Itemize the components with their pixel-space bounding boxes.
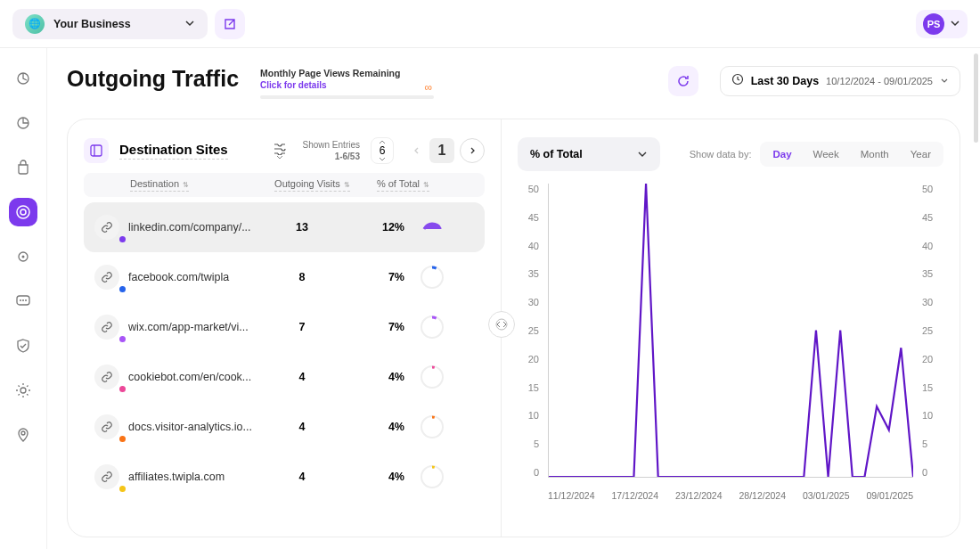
table-row[interactable]: docs.visitor-analytics.io... 4 4% <box>84 402 485 452</box>
table-icon <box>84 138 109 163</box>
svg-rect-13 <box>91 145 102 156</box>
table-header: Destination⇅ Outgoing Visits⇅ % of Total… <box>84 173 485 197</box>
pct-value: 7% <box>342 321 404 333</box>
business-selector[interactable]: 🌐 Your Business <box>12 9 208 39</box>
clock-icon <box>731 73 744 89</box>
svg-point-14 <box>496 319 507 330</box>
pct-value: 7% <box>342 271 404 283</box>
visits-value: 13 <box>262 221 342 234</box>
spark-ring <box>421 315 444 339</box>
filter-button[interactable] <box>267 138 292 163</box>
link-icon <box>94 464 119 489</box>
spark-ring <box>421 266 444 289</box>
destination-text: linkedin.com/company/... <box>128 221 262 234</box>
pane-resize-handle[interactable] <box>488 311 515 338</box>
prev-page-button[interactable] <box>404 138 429 163</box>
next-page-button[interactable] <box>460 138 485 163</box>
metric-select[interactable]: % of Total <box>518 137 660 171</box>
svg-point-5 <box>22 256 25 258</box>
table-row[interactable]: cookiebot.com/en/cook... 4 4% <box>84 352 485 402</box>
chevron-down-icon <box>940 73 949 89</box>
pct-value: 4% <box>342 421 404 433</box>
svg-point-3 <box>20 209 26 215</box>
svg-point-11 <box>21 431 25 435</box>
sidebar-item-settings[interactable] <box>9 376 37 405</box>
table-title: Destination Sites <box>119 142 228 160</box>
quota-box: Monthly Page Views Remaining Click for d… <box>260 68 434 99</box>
quota-label: Monthly Page Views Remaining <box>260 68 434 78</box>
page-1-button[interactable]: 1 <box>429 138 454 163</box>
destination-text: wix.com/app-market/vi... <box>128 321 262 333</box>
table-row[interactable]: linkedin.com/company/... 13 12% <box>84 202 485 252</box>
col-destination[interactable]: Destination⇅ <box>130 178 189 192</box>
destination-text: cookiebot.com/en/cook... <box>128 371 262 383</box>
svg-point-7 <box>20 299 21 301</box>
visits-value: 7 <box>262 321 342 333</box>
globe-icon: 🌐 <box>25 14 45 34</box>
sidebar-item-chat[interactable] <box>9 287 37 315</box>
link-icon <box>94 414 119 439</box>
quota-details-link[interactable]: Click for details <box>260 80 434 90</box>
per-page-selector[interactable]: 6 <box>371 137 394 164</box>
link-icon <box>94 215 119 240</box>
destination-text: affiliates.twipla.com <box>128 471 262 483</box>
page-title: Outgoing Traffic <box>67 66 239 92</box>
sidebar-item-location[interactable] <box>9 421 37 449</box>
sidebar-item-pie[interactable] <box>9 109 37 137</box>
spark-ring <box>421 465 444 488</box>
granularity-day[interactable]: Day <box>762 143 802 165</box>
spark-ring <box>421 415 444 438</box>
entries-info: Shown Entries 1-6/53 <box>303 139 360 162</box>
sidebar <box>0 48 47 549</box>
granularity-year[interactable]: Year <box>900 143 942 165</box>
pct-value: 4% <box>342 471 404 483</box>
refresh-button[interactable] <box>668 66 698 96</box>
svg-point-2 <box>17 206 29 218</box>
show-by-label: Show data by: <box>690 149 752 160</box>
link-icon <box>94 265 119 290</box>
sidebar-item-traffic[interactable] <box>9 198 37 226</box>
range-label: Last 30 Days <box>751 75 819 87</box>
visits-value: 4 <box>262 421 342 433</box>
link-icon <box>94 315 119 340</box>
sidebar-item-shield[interactable] <box>9 332 37 360</box>
svg-point-9 <box>25 299 27 301</box>
destination-text: facebook.com/twipla <box>128 271 262 283</box>
range-dates: 10/12/2024 - 09/01/2025 <box>826 76 933 86</box>
chart: 50454035302520151050 5045403530252015105… <box>518 184 943 496</box>
table-row[interactable]: affiliates.twipla.com 4 4% <box>84 452 485 502</box>
granularity-week[interactable]: Week <box>803 143 850 165</box>
quota-bar: ∞ <box>260 95 434 99</box>
pct-value: 12% <box>342 221 404 234</box>
spark-ring <box>421 365 444 389</box>
col-pct[interactable]: % of Total⇅ <box>377 178 429 192</box>
pager: 1 <box>404 138 485 163</box>
granularity-month[interactable]: Month <box>850 143 900 165</box>
granularity-switch: DayWeekMonthYear <box>760 142 943 167</box>
avatar: PS <box>923 13 944 35</box>
sidebar-item-bag[interactable] <box>9 153 37 182</box>
link-icon <box>94 365 119 389</box>
chevron-down-icon <box>184 16 195 32</box>
sidebar-item-overview[interactable] <box>9 64 37 93</box>
visits-value: 4 <box>262 371 342 383</box>
visits-value: 4 <box>262 471 342 483</box>
visits-value: 8 <box>262 271 342 283</box>
user-menu[interactable]: PS <box>916 10 968 38</box>
open-external-button[interactable] <box>215 9 245 39</box>
infinity-icon: ∞ <box>424 81 432 94</box>
scrollbar-thumb[interactable] <box>974 53 978 143</box>
svg-point-8 <box>22 299 24 301</box>
col-visits[interactable]: Outgoing Visits⇅ <box>274 178 350 192</box>
table-row[interactable]: wix.com/app-market/vi... 7 7% <box>84 302 485 352</box>
svg-point-10 <box>20 388 26 393</box>
chevron-down-icon <box>950 16 960 32</box>
spark-ring <box>421 216 444 239</box>
sidebar-item-target[interactable] <box>9 242 37 271</box>
pct-value: 4% <box>342 371 404 383</box>
table-row[interactable]: facebook.com/twipla 8 7% <box>84 252 485 302</box>
business-label: Your Business <box>53 18 131 30</box>
destination-text: docs.visitor-analytics.io... <box>128 421 262 433</box>
date-range-selector[interactable]: Last 30 Days 10/12/2024 - 09/01/2025 <box>720 66 960 96</box>
